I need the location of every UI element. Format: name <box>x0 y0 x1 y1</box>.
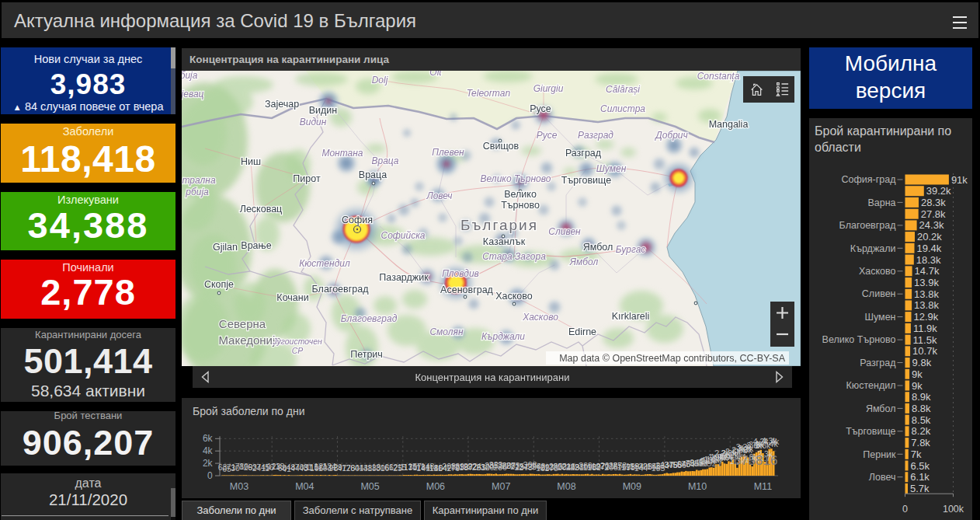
svg-text:Ямбол: Ямбол <box>866 403 896 414</box>
svg-text:11.9k: 11.9k <box>913 323 937 334</box>
svg-text:Kırklareli: Kırklareli <box>612 311 650 322</box>
svg-text:Mangalia: Mangalia <box>709 119 749 130</box>
svg-text:6k: 6k <box>203 433 214 444</box>
svg-text:Зајечар: Зајечар <box>265 99 299 110</box>
svg-text:18.3k: 18.3k <box>916 254 941 266</box>
svg-text:8.2k: 8.2k <box>912 425 931 437</box>
svg-text:100k: 100k <box>943 504 964 515</box>
svg-text:Кюстендил: Кюстендил <box>846 380 896 391</box>
svg-text:Пловдив: Пловдив <box>442 268 479 279</box>
svg-text:Врање: Врање <box>241 240 271 251</box>
svg-text:Плевен: Плевен <box>432 147 464 158</box>
svg-text:Разград: Разград <box>565 148 602 159</box>
svg-text:8.5k: 8.5k <box>912 414 931 426</box>
svg-text:Софийска: Софийска <box>381 230 425 241</box>
svg-text:7k: 7k <box>911 448 922 460</box>
svg-text:София-град: София-град <box>842 174 897 185</box>
svg-text:Шумен: Шумен <box>596 163 627 174</box>
svg-text:Constanța: Constanța <box>697 71 740 82</box>
svg-text:7.8k: 7.8k <box>911 437 930 448</box>
svg-text:Edirne: Edirne <box>568 326 596 337</box>
svg-text:Ямбол: Ямбол <box>583 242 613 253</box>
svg-text:4k: 4k <box>203 445 214 456</box>
svg-text:Враца: Враца <box>371 155 398 166</box>
svg-text:СР: СР <box>292 346 304 355</box>
svg-text:Враца: Враца <box>359 169 387 180</box>
svg-text:6.1k: 6.1k <box>910 471 930 483</box>
svg-text:Giurgiu: Giurgiu <box>533 83 564 94</box>
svg-text:Кърджали: Кърджали <box>850 243 896 254</box>
svg-text:Кочани: Кочани <box>276 292 308 303</box>
svg-text:Ниш: Ниш <box>241 156 261 167</box>
svg-text:8.8k: 8.8k <box>912 403 931 414</box>
svg-text:Бургас: Бургас <box>616 244 646 255</box>
svg-text:M06: M06 <box>426 481 445 492</box>
svg-text:9k: 9k <box>912 380 923 392</box>
svg-text:M08: M08 <box>557 481 575 492</box>
svg-text:Търново: Търново <box>501 200 540 211</box>
svg-text:8.9k: 8.9k <box>912 391 931 403</box>
svg-text:Търговище: Търговище <box>561 175 611 186</box>
svg-text:Скопје: Скопје <box>204 279 234 290</box>
svg-text:675816: 675816 <box>734 453 778 468</box>
svg-text:Југоисточен: Југоисточен <box>272 337 322 346</box>
svg-text:Ловеч: Ловеч <box>426 190 452 201</box>
svg-text:0: 0 <box>902 504 908 515</box>
svg-text:София: София <box>342 215 373 225</box>
svg-text:Разград: Разград <box>860 358 896 368</box>
svg-text:Перник: Перник <box>863 449 896 460</box>
svg-text:M03: M03 <box>230 481 248 492</box>
svg-text:Добрич: Добрич <box>654 130 687 141</box>
svg-text:M09: M09 <box>623 481 641 492</box>
svg-text:5.7k: 5.7k <box>910 483 930 494</box>
svg-text:13.8k: 13.8k <box>914 299 939 311</box>
svg-text:9k: 9k <box>912 368 923 380</box>
svg-text:M07: M07 <box>492 481 510 492</box>
svg-text:Хасково: Хасково <box>495 291 533 302</box>
svg-text:Петрич: Петрич <box>350 349 383 360</box>
svg-text:12.9k: 12.9k <box>914 311 939 323</box>
svg-text:рбија: рбија <box>185 187 209 197</box>
svg-text:Ямбол: Ямбол <box>569 257 599 267</box>
svg-text:Хасково: Хасково <box>859 266 896 277</box>
svg-text:Разград: Разград <box>578 130 613 141</box>
svg-text:Dolj: Dolj <box>372 75 388 86</box>
svg-text:Хасково: Хасково <box>522 312 558 323</box>
svg-text:Русе: Русе <box>537 130 558 141</box>
svg-text:Сливен: Сливен <box>548 226 581 237</box>
svg-text:Северна: Северна <box>219 317 266 330</box>
svg-text:28.3k: 28.3k <box>921 197 946 208</box>
svg-text:63327: 63327 <box>695 457 723 469</box>
svg-text:M11: M11 <box>754 481 772 492</box>
svg-text:Велико: Велико <box>504 189 537 200</box>
svg-text:бија: бија <box>182 71 198 81</box>
svg-text:Видин: Видин <box>309 105 338 116</box>
svg-text:Монтана: Монтана <box>321 148 363 159</box>
svg-text:27.8k: 27.8k <box>921 208 946 220</box>
svg-text:Пазарджик: Пазарджик <box>379 272 429 283</box>
svg-text:6.5k: 6.5k <box>911 460 930 472</box>
svg-text:Силистра: Силистра <box>600 103 645 114</box>
svg-text:20.2k: 20.2k <box>917 231 942 243</box>
svg-text:19.4k: 19.4k <box>917 243 942 254</box>
svg-text:Сливен: Сливен <box>862 288 896 299</box>
svg-text:M04: M04 <box>295 481 314 492</box>
svg-text:Варна: Варна <box>867 197 895 208</box>
svg-text:Благоевград: Благоевград <box>341 313 398 324</box>
svg-text:Map data © OpenStreetMap contr: Map data © OpenStreetMap contributors, C… <box>559 353 785 364</box>
svg-text:14.7k: 14.7k <box>915 265 940 277</box>
svg-text:91k: 91k <box>951 174 968 186</box>
svg-text:Благоевград: Благоевград <box>839 220 897 231</box>
svg-text:Кюстендил: Кюстендил <box>299 258 350 269</box>
svg-text:Călărași: Călărași <box>606 84 640 95</box>
svg-text:Велико Търново: Велико Търново <box>822 334 896 345</box>
svg-text:M10: M10 <box>688 481 707 492</box>
svg-text:39.2k: 39.2k <box>926 185 951 197</box>
svg-text:Пирот: Пирот <box>293 173 321 184</box>
svg-text:13.8k: 13.8k <box>914 288 939 300</box>
svg-text:24.3k: 24.3k <box>919 219 944 231</box>
svg-text:Стара Загора: Стара Загора <box>482 251 546 262</box>
svg-text:2k: 2k <box>203 458 214 469</box>
svg-text:Русе: Русе <box>530 103 551 114</box>
svg-text:Olt: Olt <box>429 71 442 78</box>
